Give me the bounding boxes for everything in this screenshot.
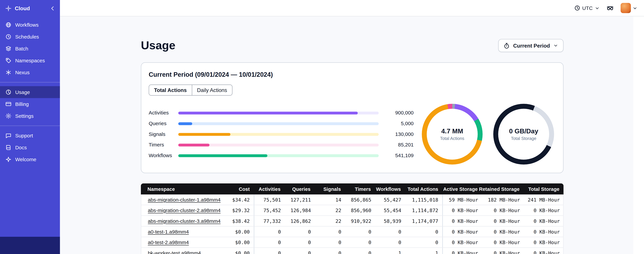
usage-table: NamespaceCostActivitiesQueriesSignalsTim… xyxy=(141,184,563,254)
column-header-active-storage[interactable]: Active Storage xyxy=(442,184,482,194)
cell-workflows: 58,939 xyxy=(376,216,406,226)
bar-value: 5,000 xyxy=(385,121,414,126)
table-header: NamespaceCostActivitiesQueriesSignalsTim… xyxy=(141,184,563,194)
sidebar-item-nexus[interactable]: Nexus xyxy=(0,66,60,78)
cell-retained-storage: 0 KB-Hour xyxy=(482,226,524,237)
bar-value: 541,109 xyxy=(385,153,414,158)
tab-total-actions[interactable]: Total Actions xyxy=(149,85,192,95)
donut-center: 4.7 MMTotal Actions xyxy=(427,109,478,160)
glasses-icon[interactable] xyxy=(606,4,614,12)
period-selector-button[interactable]: Current Period xyxy=(498,39,564,52)
sidebar-item-settings[interactable]: Settings xyxy=(0,110,60,122)
timezone-selector[interactable]: UTC xyxy=(574,5,600,11)
usage-bar-row: Timers85,201 xyxy=(149,140,414,150)
cell-workflows: 0 xyxy=(376,226,406,237)
column-header-cost[interactable]: Cost xyxy=(229,184,254,194)
cell-activities: 0 xyxy=(254,226,285,237)
cell-cost: $29.32 xyxy=(230,205,254,216)
topbar: UTC xyxy=(60,0,644,16)
column-header-retained-storage[interactable]: Retained Storage xyxy=(482,184,524,194)
namespace-cell: a0-test-1.a98mm4 xyxy=(141,226,230,237)
sidebar-item-batch[interactable]: Batch xyxy=(0,43,60,54)
settings-icon xyxy=(5,113,12,119)
sidebar-item-namespaces[interactable]: Namespaces xyxy=(0,54,60,66)
bar-label: Queries xyxy=(149,121,178,126)
scrollbar[interactable] xyxy=(633,16,644,254)
cell-total-storage: 0 KB-Hour xyxy=(524,237,564,248)
column-header-activities[interactable]: Activities xyxy=(254,184,284,194)
cell-active-storage: 0 KB-Hour xyxy=(443,248,482,254)
namespace-link[interactable]: bk-worker-test.a98mm4 xyxy=(148,250,201,254)
sidebar: Cloud WorkflowsSchedulesBatchNamespacesN… xyxy=(0,0,60,254)
donut-center: 0 GB/DayTotal Storage xyxy=(498,109,549,160)
sidebar-item-support[interactable]: Support xyxy=(0,130,60,142)
sidebar-item-workflows[interactable]: Workflows xyxy=(0,19,60,31)
cell-active-storage: 59 MB-Hour xyxy=(443,194,482,205)
sidebar-divider xyxy=(0,126,60,126)
cell-timers: 0 xyxy=(346,248,376,254)
namespace-link[interactable]: abs-migration-cluster-3.a98mm4 xyxy=(148,218,220,224)
usage-bar-row: Workflows541,109 xyxy=(149,150,414,161)
cell-retained-storage: 0 KB-Hour xyxy=(482,205,524,216)
chevron-left-icon[interactable] xyxy=(50,5,56,12)
table-row: a0-test-2.a98mm4$0.000000000 KB-Hour0 KB… xyxy=(141,237,563,248)
column-header-signals[interactable]: Signals xyxy=(314,184,345,194)
cell-total-storage: 0 KB-Hour xyxy=(524,205,564,216)
sidebar-item-label: Batch xyxy=(15,46,28,52)
sidebar-item-label: Settings xyxy=(15,113,34,119)
tab-daily-actions[interactable]: Daily Actions xyxy=(192,85,232,95)
cell-total-storage: 0 KB-Hour xyxy=(524,226,564,237)
column-header-workflows[interactable]: Workflows xyxy=(375,184,405,194)
cell-queries: 0 xyxy=(285,226,315,237)
cell-total-actions: 0 xyxy=(405,237,443,248)
total-actions-donut: 4.7 MMTotal Actions xyxy=(422,104,482,164)
namespace-link[interactable]: abs-migration-cluster-1.a98mm4 xyxy=(148,197,220,202)
sidebar-item-label: Usage xyxy=(15,89,30,95)
cell-timers: 0 xyxy=(346,226,376,237)
bar-label: Activities xyxy=(149,110,178,116)
sidebar-header[interactable]: Cloud xyxy=(0,0,60,16)
sidebar-footer[interactable] xyxy=(0,237,60,254)
period-button-label: Current Period xyxy=(513,42,550,48)
cell-total-actions: 1 xyxy=(405,248,443,254)
sidebar-item-usage[interactable]: Usage xyxy=(0,86,60,98)
column-header-queries[interactable]: Queries xyxy=(284,184,314,194)
cell-signals: 14 xyxy=(315,194,345,205)
column-header-timers[interactable]: Timers xyxy=(345,184,375,194)
namespace-link[interactable]: abs-migration-cluster-2.a98mm4 xyxy=(148,208,220,213)
sidebar-item-label: Namespaces xyxy=(15,58,45,63)
cell-signals: 22 xyxy=(315,216,345,226)
namespace-cell: a0-test-2.a98mm4 xyxy=(141,237,230,248)
cell-activities: 0 xyxy=(254,248,285,254)
account-menu[interactable] xyxy=(620,3,637,13)
bar-fill xyxy=(178,144,209,146)
cell-timers: 910,922 xyxy=(346,216,376,226)
bar-fill xyxy=(178,154,267,157)
sidebar-item-schedules[interactable]: Schedules xyxy=(0,31,60,43)
column-header-namespace[interactable]: Namespace xyxy=(141,184,229,194)
cell-activities: 75,452 xyxy=(254,205,285,216)
cell-total-actions: 1,115,018 xyxy=(405,194,443,205)
cell-cost: $38.42 xyxy=(230,216,254,226)
namespace-cell: abs-migration-cluster-2.a98mm4 xyxy=(141,205,230,216)
cell-queries: 0 xyxy=(285,237,315,248)
column-header-total-storage[interactable]: Total Storage xyxy=(524,184,564,194)
cell-signals: 0 xyxy=(315,226,345,237)
usage-icon xyxy=(5,89,12,95)
bar-value: 900,000 xyxy=(385,110,414,116)
column-header-total-actions[interactable]: Total Actions xyxy=(405,184,442,194)
cloud-logo-icon xyxy=(5,5,12,12)
donut-center-value: 4.7 MM xyxy=(441,128,463,135)
namespace-link[interactable]: a0-test-1.a98mm4 xyxy=(148,229,189,234)
bar-track xyxy=(178,133,379,136)
sidebar-item-docs[interactable]: Docs xyxy=(0,142,60,154)
cell-retained-storage: 0 KB-Hour xyxy=(482,237,524,248)
namespace-link[interactable]: a0-test-2.a98mm4 xyxy=(148,240,189,245)
chevron-down-icon xyxy=(595,6,600,10)
sidebar-item-billing[interactable]: Billing xyxy=(0,98,60,110)
cell-workflows: 55,454 xyxy=(376,205,406,216)
timer-icon xyxy=(504,42,510,48)
bar-track xyxy=(178,154,379,157)
sidebar-item-welcome[interactable]: Welcome xyxy=(0,154,60,165)
cell-activities: 75,501 xyxy=(254,194,285,205)
